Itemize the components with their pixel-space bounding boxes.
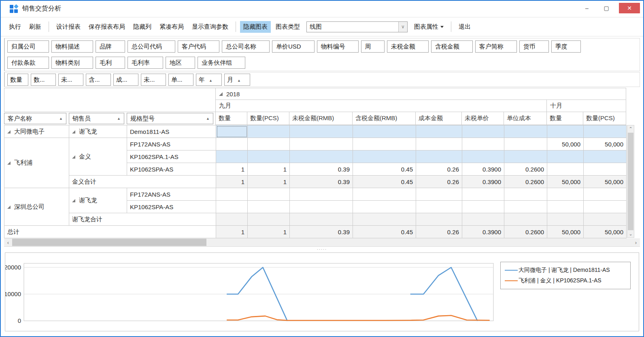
pivot-row-header[interactable]: 大同微电子 xyxy=(4,125,69,138)
pivot-cell[interactable] xyxy=(353,201,416,213)
pivot-cell[interactable] xyxy=(290,188,353,201)
column-caption[interactable]: 成本金额 xyxy=(415,112,462,125)
pivot-row-header[interactable]: KP1062SPA-AS xyxy=(127,201,216,213)
field-chip[interactable]: 货币 xyxy=(519,40,549,53)
compact-layout-button[interactable]: 紧凑布局 xyxy=(156,21,187,33)
pivot-cell[interactable] xyxy=(248,213,290,226)
execute-button[interactable]: 执行 xyxy=(6,21,24,33)
pivot-cell[interactable] xyxy=(353,213,416,226)
measure-chip[interactable]: 成... xyxy=(113,74,138,86)
pivot-row-header[interactable]: KP1062SPA-AS xyxy=(127,163,216,176)
column-caption[interactable]: 数量(PCS) xyxy=(247,112,289,125)
pivot-cell[interactable] xyxy=(584,201,627,213)
pivot-cell[interactable] xyxy=(353,150,416,163)
pivot-cell[interactable] xyxy=(504,188,547,201)
pivot-cell[interactable] xyxy=(504,125,547,138)
pivot-row-header[interactable]: 总计 xyxy=(4,226,216,238)
column-field-chip[interactable]: 年▲ xyxy=(196,74,222,86)
pivot-cell[interactable] xyxy=(584,163,627,176)
minimize-button[interactable]: – xyxy=(580,3,594,13)
pivot-cell[interactable] xyxy=(353,188,416,201)
pivot-cell[interactable]: 0.3900 xyxy=(462,176,504,188)
pivot-cell[interactable]: 50,000 xyxy=(547,226,584,238)
pivot-cell[interactable]: 50,000 xyxy=(584,138,627,150)
pivot-row-header[interactable]: 谢飞龙合计 xyxy=(69,213,216,226)
pivot-cell[interactable] xyxy=(248,138,290,150)
collapse-icon[interactable] xyxy=(7,161,11,165)
pivot-row-header[interactable]: KP1062SPA.1-AS xyxy=(127,150,216,163)
pivot-cell[interactable] xyxy=(216,150,248,163)
pivot-row-header[interactable]: FP172ANS-AS xyxy=(127,188,216,201)
pivot-cell[interactable] xyxy=(290,125,353,138)
month-header[interactable]: 九月 xyxy=(215,100,547,112)
pivot-cell[interactable] xyxy=(248,150,290,163)
pivot-cell[interactable] xyxy=(504,138,547,150)
pivot-cell[interactable]: 50,000 xyxy=(584,176,627,188)
field-chip[interactable]: 业务伙伴组 xyxy=(198,57,245,69)
scroll-down-icon[interactable]: ⌄ xyxy=(627,231,634,237)
pivot-cell[interactable] xyxy=(216,125,248,138)
field-chip[interactable]: 归属公司 xyxy=(7,40,49,53)
pivot-cell[interactable] xyxy=(504,201,547,213)
collapse-icon[interactable] xyxy=(7,206,11,209)
pivot-cell[interactable] xyxy=(547,201,584,213)
pivot-cell[interactable]: 1 xyxy=(216,163,248,176)
pivot-row-header[interactable]: FP172ANS-AS xyxy=(127,138,216,150)
column-caption[interactable]: 数量 xyxy=(546,112,583,125)
scroll-left-icon[interactable]: ‹ xyxy=(4,240,12,246)
pivot-row-header[interactable]: Demo1811-AS xyxy=(127,125,216,138)
field-chip[interactable]: 未税金额 xyxy=(387,40,429,53)
pivot-cell[interactable] xyxy=(216,213,248,226)
chart-props-button[interactable]: 图表属性 xyxy=(411,21,447,33)
save-layout-button[interactable]: 保存报表布局 xyxy=(85,21,128,33)
pivot-cell[interactable]: 0.2600 xyxy=(504,176,547,188)
field-chip[interactable]: 客户简称 xyxy=(475,40,517,53)
refresh-button[interactable]: 刷新 xyxy=(26,21,45,33)
pivot-cell[interactable] xyxy=(416,125,462,138)
pivot-cell[interactable]: 1 xyxy=(216,176,248,188)
horizontal-scroll-thumb[interactable] xyxy=(12,239,206,246)
pivot-cell[interactable] xyxy=(353,125,416,138)
pivot-cell[interactable] xyxy=(290,150,353,163)
maximize-button[interactable]: ▢ xyxy=(599,3,613,13)
pivot-cell[interactable]: 0.26 xyxy=(416,163,462,176)
pivot-cell[interactable]: 0.39 xyxy=(290,176,353,188)
column-field-chip[interactable]: 月▲ xyxy=(224,74,250,86)
scroll-right-icon[interactable]: › xyxy=(632,240,640,246)
measure-chip[interactable]: 未... xyxy=(58,74,83,86)
pivot-cell[interactable] xyxy=(547,150,584,163)
measure-chip[interactable]: 数... xyxy=(31,74,56,86)
pivot-cell[interactable]: 0.3900 xyxy=(462,163,504,176)
year-header[interactable]: 2018 xyxy=(215,88,626,100)
pivot-cell[interactable]: 1 xyxy=(248,163,290,176)
field-chip[interactable]: 单价USD xyxy=(272,40,315,53)
pivot-row-header[interactable]: 飞利浦 xyxy=(4,138,69,188)
hide-columns-button[interactable]: 隐藏列 xyxy=(130,21,155,33)
pivot-cell[interactable] xyxy=(547,188,584,201)
pivot-cell[interactable]: 0.26 xyxy=(416,176,462,188)
field-chip[interactable]: 物料类别 xyxy=(51,57,93,69)
column-caption[interactable]: 数量(PCS) xyxy=(583,112,626,125)
pivot-row-header[interactable]: 谢飞龙 xyxy=(69,188,127,213)
pivot-cell[interactable]: 50,000 xyxy=(547,176,584,188)
vertical-scrollbar[interactable]: ⌃ ⌄ xyxy=(627,125,634,238)
field-chip[interactable]: 季度 xyxy=(551,40,581,53)
pivot-cell[interactable] xyxy=(248,125,290,138)
row-area-field-chip[interactable]: 客户名称▲ xyxy=(4,113,66,124)
pivot-cell[interactable]: 0.45 xyxy=(353,176,416,188)
pivot-cell[interactable]: 0.2600 xyxy=(504,163,547,176)
collapse-icon[interactable] xyxy=(72,199,75,202)
pivot-cell[interactable]: 1 xyxy=(216,226,248,238)
collapse-icon[interactable] xyxy=(219,92,223,96)
pivot-cell[interactable]: 0.45 xyxy=(353,226,416,238)
pivot-cell[interactable] xyxy=(584,188,627,201)
pivot-cell[interactable]: 1 xyxy=(248,176,290,188)
field-chip[interactable]: 物料描述 xyxy=(51,40,93,53)
hide-chart-button[interactable]: 隐藏图表 xyxy=(240,21,271,33)
pivot-cell[interactable] xyxy=(504,213,547,226)
pivot-cell[interactable] xyxy=(504,150,547,163)
pivot-cell[interactable] xyxy=(416,213,462,226)
field-chip[interactable]: 地区 xyxy=(166,57,195,69)
pivot-cell[interactable] xyxy=(216,188,248,201)
column-caption[interactable]: 数量 xyxy=(215,112,247,125)
